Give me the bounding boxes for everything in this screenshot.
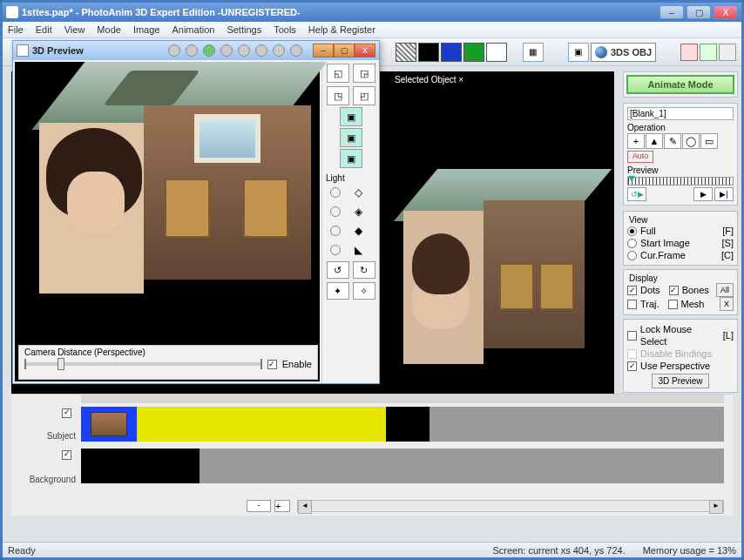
cube-wire-3-icon[interactable]: ▣ [340,149,362,168]
menu-image[interactable]: Image [133,24,160,35]
display-dots-checkbox[interactable] [627,286,637,295]
preview-scrub-track[interactable] [627,177,734,186]
cube-outline-icon[interactable]: ▣ [568,43,589,62]
background-black-segment[interactable] [81,449,200,483]
close-button[interactable]: X [714,5,738,19]
view-curframe-radio[interactable] [627,251,637,260]
subject-visible-checkbox[interactable] [62,408,71,418]
op-edit-icon[interactable]: ✎ [664,133,681,149]
workarea: Selected Object × 3D Preview [3,66,741,542]
black-swatch-icon[interactable] [418,43,439,62]
timeline-ruler[interactable] [81,395,724,403]
light-option-1[interactable] [330,187,341,198]
view-full-radio[interactable] [627,226,637,236]
play-button[interactable]: ▶ [693,187,713,201]
preview-dot-6-icon[interactable] [273,44,285,57]
subject-black-segment[interactable] [386,407,429,442]
display-bones-checkbox[interactable] [669,286,679,295]
subject-track[interactable] [81,407,724,442]
background-track[interactable] [81,449,724,483]
preview-play-icon[interactable] [203,44,215,57]
menu-animation[interactable]: Animation [172,24,214,35]
cube-angle-2-icon[interactable]: ◲ [353,64,375,83]
preview-titlebar[interactable]: 3D Preview – ▢ X [13,41,379,60]
menu-settings[interactable]: Settings [227,24,261,35]
background-visible-checkbox[interactable] [62,450,71,460]
timeline-zoom-in-button[interactable]: + [274,500,290,512]
display-all-button[interactable]: All [716,283,734,297]
app-icon [6,6,18,18]
preview-cube [39,91,301,300]
green-swatch-icon[interactable] [463,43,484,62]
light-adjust-1-icon[interactable]: ✦ [327,282,349,300]
preview-min-button[interactable]: – [313,44,334,57]
menu-edit[interactable]: Edit [36,24,52,35]
maximize-button[interactable]: ▢ [687,5,711,19]
light-adjust-2-icon[interactable]: ✧ [353,282,375,300]
light-rotate-left-icon[interactable]: ↺ [327,261,349,279]
camera-enable-checkbox[interactable] [267,360,277,369]
menu-file[interactable]: File [8,24,24,35]
menu-help[interactable]: Help & Register [308,24,375,35]
cube-angle-1-icon[interactable]: ◱ [327,64,349,83]
cube-angle-3-icon[interactable]: ◳ [327,86,349,105]
auto-toggle[interactable]: Auto [627,151,653,163]
view-group: View Full[F] Start Image[S] Cur.Frame[C] [623,211,738,266]
blue-swatch-icon[interactable] [441,43,462,62]
light-option-2[interactable] [330,206,341,217]
object-name-field[interactable] [627,107,734,120]
tool-a-icon[interactable] [680,44,698,61]
menu-view[interactable]: View [64,24,85,35]
tool-c-icon[interactable] [719,44,736,61]
timeline-zoom-out-button[interactable]: - [247,500,271,512]
cube-wire-2-icon[interactable]: ▣ [340,128,362,147]
preview-dot-1-icon[interactable] [168,44,180,57]
white-swatch-icon[interactable] [486,43,507,62]
threeds-obj-button[interactable]: 3DS OBJ [591,43,656,62]
animate-mode-button[interactable]: Animate Mode [626,75,734,94]
open-3d-preview-button[interactable]: 3D Preview [652,374,708,388]
op-cart-icon[interactable]: ▭ [700,133,718,149]
grid-icon[interactable]: ▦ [523,43,544,62]
view-startimage-radio[interactable] [627,239,637,248]
light-option-4[interactable] [330,245,341,255]
cube-wire-1-icon[interactable]: ▣ [340,107,362,126]
rewind-button[interactable]: ↺▶ [627,187,646,201]
preview-window[interactable]: 3D Preview – ▢ X [12,40,380,384]
display-x-button[interactable]: X [720,297,734,311]
camera-distance-slider[interactable] [24,362,262,366]
menu-tools[interactable]: Tools [274,24,296,35]
preview-close-button[interactable]: X [355,44,375,57]
window-title: 1sttes.pap* - PhotoAnim 3D Expert Editio… [22,7,659,17]
display-mesh-checkbox[interactable] [668,300,678,309]
preview-dot-4-icon[interactable] [238,44,250,57]
preview-title: 3D Preview [32,45,168,56]
preview-max-button[interactable]: ▢ [334,44,355,57]
light-option-3[interactable] [330,226,341,236]
use-perspective-checkbox[interactable] [627,361,637,371]
display-traj-checkbox[interactable] [627,300,637,309]
op-lasso-icon[interactable]: ◯ [682,133,700,149]
tool-b-icon[interactable] [700,44,717,61]
end-button[interactable]: ▶| [714,187,734,201]
transparent-swatch-icon[interactable] [396,43,416,62]
preview-dot-7-icon[interactable] [290,44,302,57]
lock-mouse-checkbox[interactable] [627,331,637,341]
light-rotate-right-icon[interactable]: ↻ [353,261,375,279]
preview-dot-3-icon[interactable] [220,44,233,57]
menu-mode[interactable]: Mode [97,24,121,35]
minimize-button[interactable]: – [659,5,684,19]
subject-keyframe-thumb[interactable] [81,407,137,442]
cube-face-right [484,200,585,348]
op-pointer-icon[interactable]: ▲ [646,133,663,149]
preview-dot-2-icon[interactable] [186,44,198,57]
preview-dot-5-icon[interactable] [255,44,267,57]
preview-viewport[interactable] [15,62,320,381]
subject-active-segment[interactable] [137,407,386,442]
cube-angle-4-icon[interactable]: ◰ [353,86,375,105]
op-add-icon[interactable]: + [627,133,645,149]
timeline-horizontal-scrollbar[interactable] [297,500,724,512]
stage-object-cube[interactable] [403,193,586,376]
titlebar[interactable]: 1sttes.pap* - PhotoAnim 3D Expert Editio… [3,3,741,22]
stage-tab-label[interactable]: Selected Object × [395,75,463,84]
